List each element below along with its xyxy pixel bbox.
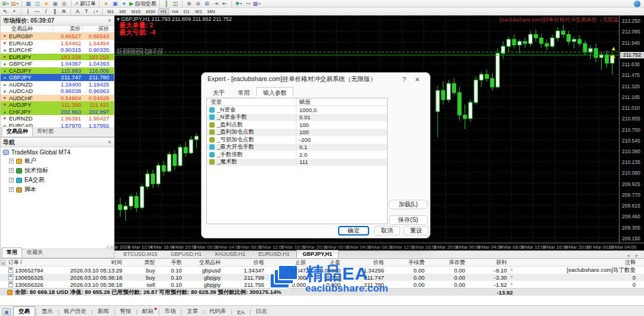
param-row[interactable]: _手数倍数2.0	[207, 151, 387, 159]
timeframe-m1[interactable]: M1	[105, 8, 116, 15]
param-value[interactable]: 100	[296, 129, 387, 135]
new-chart-icon[interactable]: ⊞▾	[1, 0, 10, 7]
horizontal-line-icon[interactable]: —	[33, 8, 41, 15]
close-icon[interactable]: ✕	[411, 76, 424, 83]
terminal-tab-交易[interactable]: 交易	[13, 306, 35, 316]
expand-icon[interactable]: +	[9, 168, 14, 173]
param-row[interactable]: _盈利点数100	[207, 121, 387, 129]
column-bid[interactable]: 卖价	[53, 25, 83, 33]
close-position-icon[interactable]: ✕	[507, 268, 516, 272]
crosshair-icon[interactable]: +	[10, 8, 18, 15]
param-value[interactable]: 1000.0	[296, 107, 387, 113]
load-button[interactable]: 加载(L)	[389, 200, 428, 209]
auto-scroll-icon[interactable]: ⇥	[212, 0, 220, 7]
param-row[interactable]: _亏损加仓点数-200	[207, 136, 387, 144]
terminal-tab-文章[interactable]: 文章	[182, 307, 203, 316]
terminal-column-12[interactable]: 获利	[465, 259, 507, 267]
market-watch-tab-即时图[interactable]: 即时图	[33, 126, 58, 137]
column-ask[interactable]: 买价	[83, 25, 112, 33]
terminal-column-11[interactable]: 库存费	[425, 259, 465, 267]
symbol-row-gbpjpy[interactable]: ▲GBPJPY211.747211.780	[1, 74, 114, 81]
arrows-icon[interactable]: ↓▾	[91, 8, 100, 15]
chart-tab-gbpjpy-h1[interactable]: GBPJPY,H1	[296, 250, 339, 258]
symbol-row-cadjpy[interactable]: ▲CADJPY115.983116.006	[1, 67, 114, 75]
param-value[interactable]: 100	[296, 122, 387, 128]
close-position-icon[interactable]: ✕	[507, 282, 516, 287]
terminal-column-10[interactable]: 手续费	[384, 259, 425, 267]
terminal-tab-市场[interactable]: 市场	[160, 307, 181, 316]
navigator-item-2[interactable]: +技术指标	[1, 166, 114, 175]
timeframe-h4[interactable]: H4	[170, 8, 181, 15]
terminal-close-icon[interactable]: ✕	[1, 260, 6, 265]
param-row[interactable]: _N资金1000.0	[207, 106, 387, 114]
symbol-row-audcad[interactable]: ▲AUDCAD0.960380.96063	[1, 88, 114, 95]
reset-button[interactable]: 重设	[404, 226, 429, 236]
navigator-root[interactable]: TradeMax Global MT4	[1, 147, 114, 156]
community-icon[interactable]	[634, 1, 640, 7]
symbol-row-eurjpy[interactable]: ▼EURJPY183.238183.259	[1, 54, 114, 61]
tile-windows-icon[interactable]: ⊞	[203, 0, 211, 7]
price-axis[interactable]: 212.250212.095211.940211.785211.630211.4…	[619, 16, 644, 243]
column-symbol[interactable]: 交易品种	[1, 25, 53, 33]
expand-icon[interactable]: +	[9, 178, 14, 182]
bars-chart-icon[interactable]: ║	[162, 0, 171, 7]
cancel-button[interactable]: 取消	[374, 226, 400, 236]
navigator-item-4[interactable]: +脚本	[1, 185, 114, 194]
chart-shift-icon[interactable]: ⇤	[221, 0, 229, 7]
timeframe-m5[interactable]: M5	[117, 8, 128, 15]
symbol-row-gbpchf[interactable]: ▲GBPCHF1.043671.04393	[1, 60, 114, 67]
terminal-tab-警报[interactable]: 警报	[115, 307, 136, 316]
terminal-tab-EA[interactable]: EA	[233, 308, 250, 316]
symbol-row-audjpy[interactable]: ▼AUDJPY111.399111.421	[1, 101, 114, 109]
expand-icon[interactable]: +	[9, 159, 14, 163]
param-value[interactable]: -200	[296, 137, 387, 143]
help-icon[interactable]: ?	[398, 76, 411, 83]
param-value[interactable]: 2.0	[296, 151, 387, 158]
profiles-icon[interactable]: ▤▾	[10, 0, 19, 7]
param-row[interactable]: _N资金手数0.01	[207, 114, 387, 122]
cursor-icon[interactable]: ↖	[1, 8, 10, 15]
community-icon[interactable]: ●	[120, 0, 128, 7]
timeframe-m30[interactable]: M30	[144, 8, 158, 15]
fibonacci-icon[interactable]: ≋	[60, 8, 68, 15]
equidistant-channel-icon[interactable]: ∥	[51, 8, 59, 15]
terminal-column-14[interactable]: 注释	[516, 259, 644, 267]
symbol-row-eurgbp[interactable]: ▼EURGBP0.865270.86543	[1, 33, 114, 40]
terminal-tab-日志[interactable]: 日志	[251, 307, 272, 316]
new-window-icon[interactable]: ▣	[51, 0, 60, 7]
vertical-line-icon[interactable]: |	[24, 8, 32, 15]
terminal-column-1[interactable]: 订单 /	[0, 259, 57, 267]
symbol-row-euraud[interactable]: ▼EURAUD1.644621.64494	[1, 40, 114, 47]
zoom-out-icon[interactable]: ⊖	[194, 0, 202, 7]
text-icon[interactable]: A	[73, 8, 82, 15]
terminal-tab-邮箱[interactable]: 邮箱	[137, 307, 158, 316]
param-row[interactable]: _盈利加仓点数100	[207, 129, 387, 137]
timeframe-d1[interactable]: D1	[181, 8, 192, 15]
close-icon[interactable]: ✕	[107, 18, 112, 23]
symbol-row-audchf[interactable]: ▼AUDCHF0.549040.54925	[1, 95, 114, 102]
terminal-tab-显示[interactable]: 显示	[36, 307, 57, 316]
terminal-tab-新闻[interactable]: 新闻	[92, 307, 113, 316]
text-label-icon[interactable]: T	[82, 8, 91, 15]
timeframe-mn[interactable]: MN	[205, 8, 217, 15]
market-watch-tab-交易品种[interactable]: 交易品种	[2, 126, 33, 137]
terminal-pages-icon[interactable]: ▦	[2, 308, 11, 315]
indicators-icon[interactable]: ✚▾	[234, 0, 243, 7]
symbol-row-eurnzd[interactable]: ▼EURNZD1.963911.96427	[1, 115, 114, 122]
candles-chart-icon[interactable]: ◫	[171, 0, 179, 7]
timeframe-h1[interactable]: H1	[158, 8, 169, 15]
chart-tab-btcusd-m15[interactable]: BTCUSD,M15	[117, 250, 164, 258]
history-center-icon[interactable]: ●	[102, 0, 110, 7]
chart-tab-gbpusd-h1[interactable]: GBPUSD,H1	[164, 250, 208, 258]
metaeditor-icon[interactable]: ▣	[111, 0, 119, 7]
chart-tab-eurusd-h1[interactable]: EURUSD,H1	[252, 250, 296, 258]
timeframe-w1[interactable]: W1	[193, 8, 205, 15]
data-window-icon[interactable]: ◫	[33, 0, 42, 7]
terminal-column-3[interactable]: 类型	[122, 259, 155, 267]
ok-button[interactable]: 确定	[338, 226, 369, 236]
symbol-row-chfjpy[interactable]: ▲CHFJPY202.863202.897	[1, 109, 114, 116]
param-value[interactable]: 111	[296, 159, 387, 165]
close-position-icon[interactable]: ✕	[507, 275, 516, 280]
dialog-tab-输入参数[interactable]: 输入参数	[256, 87, 293, 97]
chart-tab-scroll-icons[interactable]: ◂ ▸	[627, 253, 640, 258]
